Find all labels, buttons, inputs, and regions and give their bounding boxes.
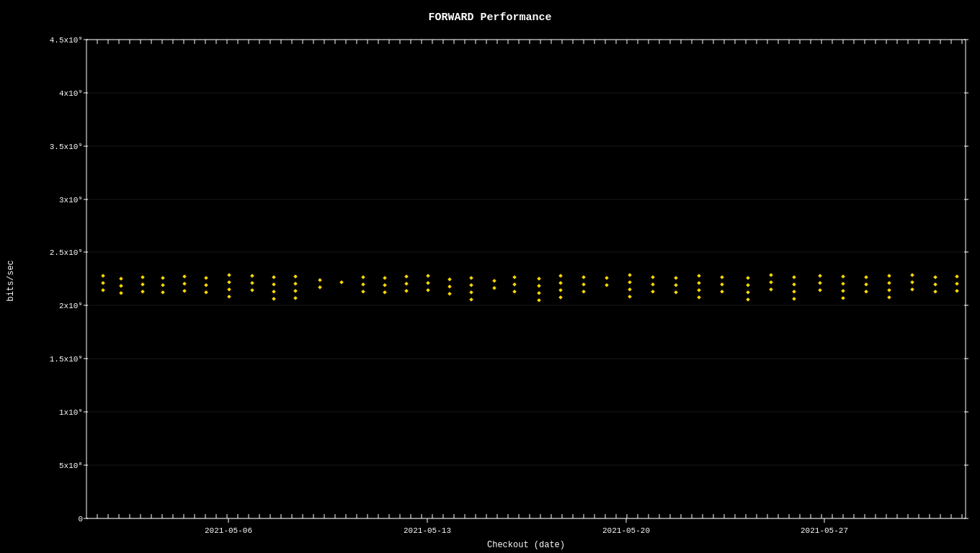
svg-rect-214 [182,289,187,293]
svg-rect-273 [628,273,632,277]
svg-rect-281 [674,283,678,287]
svg-rect-323 [955,289,959,293]
svg-rect-243 [404,282,409,286]
svg-rect-311 [887,274,891,278]
svg-rect-316 [910,280,914,284]
svg-rect-297 [792,275,796,279]
svg-rect-219 [227,280,231,284]
svg-rect-302 [818,281,822,285]
svg-rect-299 [792,289,796,294]
y-tick-3e9: 3x10⁹ [59,196,83,204]
svg-rect-239 [383,276,387,280]
svg-rect-212 [182,274,187,279]
svg-rect-282 [674,290,678,295]
svg-rect-276 [628,295,632,299]
svg-rect-285 [697,288,701,292]
svg-rect-317 [910,287,914,292]
svg-rect-309 [864,282,868,287]
svg-rect-236 [361,275,365,279]
svg-rect-230 [293,282,298,286]
svg-rect-259 [512,289,517,294]
svg-rect-245 [426,274,430,278]
svg-rect-268 [582,275,586,279]
svg-rect-267 [558,295,563,300]
svg-rect-262 [537,291,541,295]
svg-rect-222 [250,274,254,278]
svg-rect-321 [955,274,959,279]
svg-rect-225 [272,275,276,279]
svg-rect-260 [537,276,541,281]
svg-rect-265 [558,281,563,285]
svg-rect-256 [492,286,496,290]
svg-rect-251 [469,276,473,280]
svg-rect-287 [720,275,724,279]
svg-rect-246 [426,281,430,285]
data-points [101,273,959,302]
svg-rect-250 [447,292,452,296]
svg-rect-306 [841,289,845,293]
svg-rect-217 [204,290,208,295]
x-tick-0513: 2021-05-13 [404,526,451,535]
svg-rect-205 [119,291,123,295]
svg-rect-255 [492,279,496,283]
svg-rect-274 [628,280,632,284]
svg-rect-293 [746,297,750,302]
svg-rect-228 [272,297,276,301]
svg-rect-221 [227,295,231,299]
svg-rect-304 [841,274,845,279]
y-tick-0: 0 [78,515,83,523]
svg-rect-224 [250,288,254,292]
x-tick-0527: 2021-05-27 [801,526,848,535]
svg-rect-272 [605,283,609,287]
svg-rect-275 [628,287,632,292]
svg-rect-261 [537,284,541,288]
svg-rect-266 [558,288,563,292]
y-tick-45e8: 4.5x10⁹ [50,36,83,45]
svg-rect-210 [161,283,165,287]
svg-rect-237 [361,282,365,287]
svg-rect-320 [933,289,937,294]
svg-rect-203 [119,276,123,281]
svg-rect-229 [293,274,298,279]
y-tick-35e8: 3.5x10⁹ [50,143,83,151]
svg-rect-216 [204,283,208,287]
svg-rect-294 [769,273,773,277]
svg-rect-254 [469,297,473,302]
svg-rect-290 [746,276,750,280]
svg-rect-277 [651,275,655,279]
svg-rect-300 [792,297,796,301]
svg-rect-238 [361,289,365,294]
x-tick-0520: 2021-05-20 [602,526,650,535]
svg-rect-232 [293,296,298,300]
svg-rect-283 [697,274,701,278]
svg-rect-235 [339,280,344,284]
y-tick-25e8: 2.5x10⁹ [50,248,83,257]
svg-rect-313 [887,288,891,292]
svg-rect-244 [404,289,409,293]
svg-rect-223 [250,281,254,285]
svg-rect-301 [818,274,822,278]
svg-rect-279 [651,289,655,294]
svg-rect-241 [383,290,387,295]
svg-rect-249 [447,284,452,289]
svg-rect-284 [697,281,701,285]
svg-rect-270 [582,289,586,294]
svg-rect-227 [272,289,276,294]
svg-rect-215 [204,276,208,280]
svg-rect-257 [512,275,517,279]
y-tick-2e9: 2x10⁹ [59,302,83,310]
svg-rect-278 [651,282,655,287]
svg-rect-247 [426,288,430,292]
svg-rect-220 [227,287,231,292]
svg-rect-291 [746,283,750,287]
svg-rect-312 [887,281,891,285]
svg-rect-280 [674,276,678,280]
svg-rect-218 [227,273,231,277]
y-axis-label: bits/sec [6,260,16,302]
x-tick-0506: 2021-05-06 [205,526,252,535]
svg-rect-231 [293,289,298,293]
svg-rect-233 [318,278,322,282]
svg-rect-269 [582,282,586,287]
svg-rect-209 [161,276,165,280]
x-axis-label: Checkout (date) [487,540,565,550]
